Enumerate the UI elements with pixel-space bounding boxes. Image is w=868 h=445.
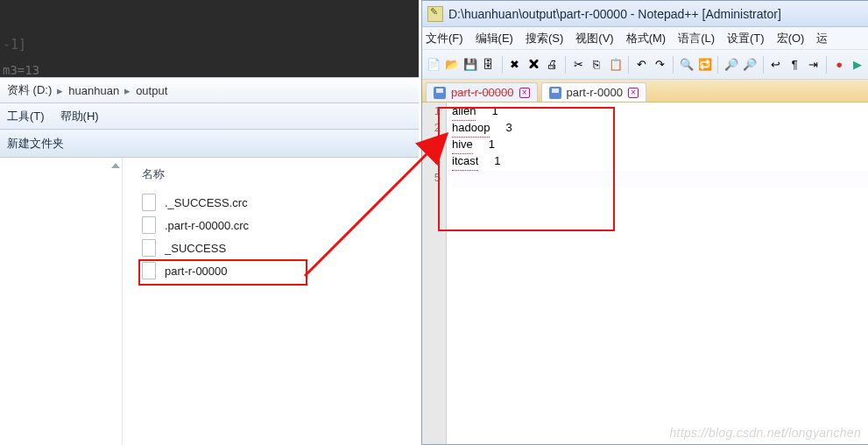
file-name: .part-r-00000.crc [165, 219, 249, 232]
background-dim-text: -1] [3, 37, 26, 53]
code-area[interactable]: allen1 hadoop3 hive1 itcast1 [447, 102, 868, 444]
save-all-icon[interactable]: 🗄 [481, 56, 496, 74]
file-row[interactable]: _SUCCESS [138, 237, 419, 259]
breadcrumb-seg-output[interactable]: output [136, 84, 167, 97]
menu-search[interactable]: 搜索(S) [526, 31, 563, 46]
editor-tab-inactive[interactable]: part-r-00000 × [426, 82, 538, 102]
npp-editor-area: 1 2 3 4 5 allen1 hadoop3 hive1 itcast1 [422, 102, 868, 444]
code-word: hive [452, 138, 473, 154]
explorer-nav-pane[interactable] [0, 158, 123, 445]
watermark-text: https://blog.csdn.net/longyanchen [670, 426, 862, 440]
explorer-command-bar: 新建文件夹 [0, 130, 419, 158]
redo-icon[interactable]: ↷ [653, 56, 667, 74]
toolbar-separator [628, 56, 629, 74]
zoom-out-icon[interactable]: 🔎 [742, 56, 757, 74]
explorer-body: 名称 ._SUCCESS.crc .part-r-00000.crc _SUCC… [0, 158, 419, 445]
notepadpp-app-icon [427, 6, 443, 22]
menu-tools[interactable]: 工具(T) [7, 109, 45, 124]
file-row-selected[interactable]: part-r-00000 [138, 259, 419, 282]
menu-file[interactable]: 文件(F) [426, 31, 463, 46]
chevron-right-icon: ▸ [57, 84, 63, 97]
editor-tab-active[interactable]: part-r-0000 × [541, 82, 646, 102]
close-all-icon[interactable]: 🗙 [526, 56, 541, 74]
toolbar-separator [717, 56, 718, 74]
indent-guide-icon[interactable]: ⇥ [806, 56, 821, 74]
file-name: part-r-00000 [165, 265, 228, 278]
replace-icon[interactable]: 🔁 [697, 56, 712, 74]
code-word: allen [452, 104, 476, 121]
disk-icon [549, 87, 561, 99]
breadcrumb-root[interactable]: 资料 (D:) [7, 82, 52, 98]
undo-icon[interactable]: ↶ [634, 56, 649, 74]
open-file-icon[interactable]: 📂 [444, 56, 459, 74]
code-word: hadoop [452, 121, 490, 138]
menu-view[interactable]: 视图(V) [575, 31, 613, 46]
line-number-gutter: 1 2 3 4 5 [422, 102, 447, 444]
code-word: itcast [452, 154, 478, 171]
code-value: 1 [491, 104, 498, 121]
tab-close-icon[interactable]: × [628, 88, 639, 98]
window-title: D:\huanhuan\output\part-r-00000 - Notepa… [448, 7, 781, 21]
npp-tab-strip: part-r-00000 × part-r-0000 × [422, 80, 868, 102]
explorer-window: -1] m3=13 资料 (D:) ▸ huanhuan ▸ output 工具… [0, 0, 419, 445]
macro-record-icon[interactable]: ● [832, 56, 847, 74]
toolbar-separator [673, 56, 674, 74]
tab-label: part-r-00000 [451, 86, 514, 99]
breadcrumb-seg-huanhuan[interactable]: huanhuan [68, 84, 119, 97]
file-row[interactable]: ._SUCCESS.crc [138, 191, 419, 214]
explorer-dark-strip: -1] m3=13 [0, 0, 419, 77]
notepadpp-window: D:\huanhuan\output\part-r-00000 - Notepa… [421, 0, 868, 445]
cut-icon[interactable]: ✂ [571, 56, 586, 74]
chevron-right-icon: ▸ [124, 84, 131, 97]
tab-close-icon[interactable]: × [519, 88, 530, 98]
disk-icon [434, 87, 446, 99]
column-header-name[interactable]: 名称 [142, 166, 419, 182]
background-dim-text-2: m3=13 [3, 63, 39, 77]
file-icon [142, 194, 156, 211]
npp-toolbar: 📄 📂 💾 🗄 ✖ 🗙 🖨 ✂ ⎘ 📋 ↶ ↷ 🔍 🔁 🔎 🔎 ↩ ¶ ⇥ ● … [422, 50, 868, 80]
code-value: 1 [489, 138, 495, 154]
explorer-file-list: 名称 ._SUCCESS.crc .part-r-00000.crc _SUCC… [123, 158, 419, 445]
file-name: ._SUCCESS.crc [165, 196, 248, 209]
file-name: _SUCCESS [165, 242, 226, 255]
toolbar-separator [565, 56, 566, 74]
code-value: 3 [505, 121, 512, 138]
toolbar-separator [763, 56, 764, 74]
paste-icon[interactable]: 📋 [608, 56, 623, 74]
file-icon [142, 239, 156, 257]
menu-language[interactable]: 语言(L) [678, 31, 715, 46]
file-row[interactable]: .part-r-00000.crc [138, 214, 419, 237]
menu-edit[interactable]: 编辑(E) [476, 31, 513, 46]
menu-settings[interactable]: 设置(T) [727, 31, 765, 46]
file-icon [142, 262, 156, 279]
tab-label: part-r-0000 [567, 86, 623, 99]
file-icon [142, 216, 156, 234]
menu-macro[interactable]: 宏(O) [777, 31, 805, 46]
menu-help[interactable]: 帮助(H) [60, 109, 99, 124]
print-icon[interactable]: 🖨 [545, 56, 560, 74]
show-all-chars-icon[interactable]: ¶ [787, 56, 802, 74]
code-value: 1 [494, 154, 500, 171]
menu-format[interactable]: 格式(M) [626, 31, 667, 46]
toolbar-separator [826, 56, 827, 74]
line-number: 1 [422, 104, 441, 121]
find-icon[interactable]: 🔍 [679, 56, 694, 74]
new-file-icon[interactable]: 📄 [426, 56, 441, 74]
toolbar-separator [502, 56, 503, 74]
line-number: 3 [422, 138, 441, 154]
line-number: 5 [422, 171, 441, 187]
menu-more[interactable]: 运 [816, 31, 828, 46]
zoom-in-icon[interactable]: 🔎 [723, 56, 738, 74]
npp-title-bar[interactable]: D:\huanhuan\output\part-r-00000 - Notepa… [422, 1, 868, 27]
line-number: 4 [422, 154, 441, 171]
npp-menu-bar: 文件(F) 编辑(E) 搜索(S) 视图(V) 格式(M) 语言(L) 设置(T… [422, 27, 868, 50]
caret-up-icon [111, 163, 120, 168]
copy-icon[interactable]: ⎘ [589, 56, 604, 74]
word-wrap-icon[interactable]: ↩ [768, 56, 783, 74]
explorer-address-bar[interactable]: 资料 (D:) ▸ huanhuan ▸ output [0, 77, 419, 103]
macro-play-icon[interactable]: ▶ [850, 56, 865, 74]
new-folder-button[interactable]: 新建文件夹 [7, 136, 64, 152]
line-number: 2 [422, 121, 441, 138]
save-icon[interactable]: 💾 [462, 56, 477, 74]
close-icon[interactable]: ✖ [507, 56, 522, 74]
